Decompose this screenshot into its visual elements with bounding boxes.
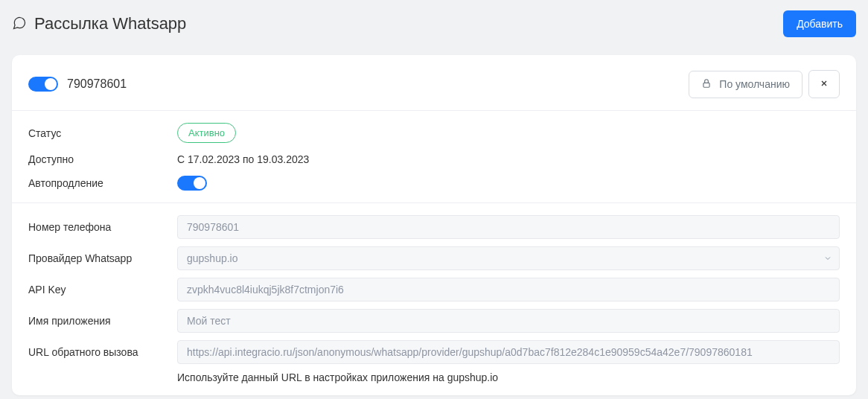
page-header: Рассылка Whatsapp Добавить (0, 0, 868, 43)
api-key-input[interactable]: zvpkh4vuc8l4iukqj5jk8f7ctmjon7i6 (177, 278, 840, 301)
card-header-left: 790978601 (28, 77, 127, 92)
phone-label: Номер телефона (28, 221, 177, 233)
callback-url-help: Используйте данный URL в настройках прил… (177, 371, 840, 383)
phone-row: Номер телефона 790978601 (28, 215, 840, 239)
close-button[interactable] (808, 70, 840, 98)
default-button[interactable]: По умолчанию (689, 71, 802, 98)
card-header: 790978601 По умолчанию (12, 55, 856, 110)
callback-url-label: URL обратного вызова (28, 346, 177, 358)
provider-label: Провайдер Whatsapp (28, 252, 177, 264)
card-title: 790978601 (67, 77, 127, 91)
provider-select[interactable]: gupshup.io (177, 246, 840, 270)
provider-row: Провайдер Whatsapp gupshup.io (28, 246, 840, 270)
status-badge: Активно (177, 123, 236, 143)
callback-url-input[interactable]: https://api.integracio.ru/json/anonymous… (177, 340, 840, 364)
api-key-row: API Key zvpkh4vuc8l4iukqj5jk8f7ctmjon7i6 (28, 278, 840, 301)
autorenew-value (177, 176, 207, 191)
status-section: Статус Активно Доступно С 17.02.2023 по … (12, 110, 856, 202)
callback-url-row: URL обратного вызова https://api.integra… (28, 340, 840, 364)
status-label: Статус (28, 127, 177, 139)
app-name-label: Имя приложения (28, 315, 177, 327)
add-button[interactable]: Добавить (783, 10, 856, 37)
status-row: Статус Активно (28, 123, 840, 143)
page-title: Рассылка Whatsapp (34, 14, 186, 33)
default-button-label: По умолчанию (719, 78, 790, 90)
status-value: Активно (177, 123, 236, 143)
close-icon (820, 79, 829, 90)
svg-rect-0 (703, 83, 709, 87)
provider-select-wrap: gupshup.io (177, 246, 840, 270)
whatsapp-icon (12, 16, 27, 33)
enable-toggle[interactable] (28, 77, 58, 92)
availability-value: С 17.02.2023 по 19.03.2023 (177, 153, 309, 165)
app-name-row: Имя приложения Мой тест (28, 309, 840, 333)
autorenew-row: Автопродление (28, 176, 840, 191)
phone-input[interactable]: 790978601 (177, 215, 840, 239)
card-header-right: По умолчанию (689, 70, 840, 98)
provider-card: 790978601 По умолчанию (12, 55, 856, 395)
availability-label: Доступно (28, 153, 177, 165)
api-key-label: API Key (28, 284, 177, 296)
app-name-input[interactable]: Мой тест (177, 309, 840, 333)
autorenew-toggle[interactable] (177, 176, 207, 191)
form-section: Номер телефона 790978601 Провайдер Whats… (12, 202, 856, 395)
autorenew-label: Автопродление (28, 177, 177, 189)
availability-row: Доступно С 17.02.2023 по 19.03.2023 (28, 153, 840, 165)
page-title-wrap: Рассылка Whatsapp (12, 14, 186, 33)
lock-icon (701, 78, 712, 91)
